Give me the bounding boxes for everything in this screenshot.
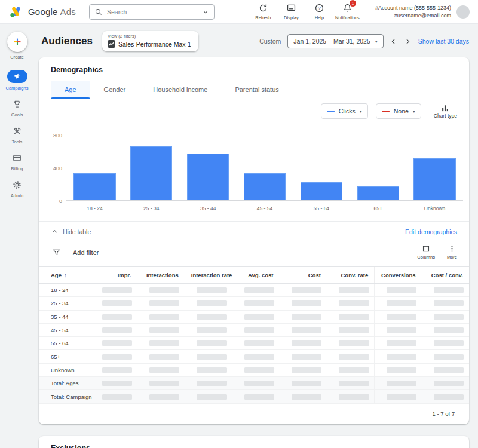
tab-age[interactable]: Age (51, 81, 90, 99)
secondary-metric-color-icon (382, 111, 390, 112)
refresh-icon (258, 3, 268, 13)
bar-18-24[interactable] (73, 173, 115, 200)
redacted-value-placeholder (102, 300, 132, 306)
table-cell (327, 337, 374, 349)
redacted-value-placeholder (197, 314, 226, 320)
hide-table-toggle[interactable]: Hide table (63, 228, 91, 235)
bar-25-34[interactable] (130, 146, 172, 200)
create-button[interactable] (7, 32, 27, 52)
redacted-value-placeholder (149, 354, 179, 360)
more-button[interactable]: More (447, 245, 457, 260)
table-cell (137, 284, 184, 296)
primary-metric-dropdown[interactable]: Clicks ▾ (321, 103, 368, 119)
redacted-value-placeholder (434, 340, 464, 346)
tools-icon (12, 124, 22, 137)
columns-button[interactable]: Columns (417, 245, 435, 260)
search-dropdown-chevron-icon[interactable] (202, 8, 209, 16)
redacted-value-placeholder (244, 367, 274, 373)
redacted-value-placeholder (292, 354, 321, 360)
tab-household-income[interactable]: Household income (139, 81, 221, 99)
redacted-value-placeholder (149, 394, 179, 400)
redacted-value-placeholder (244, 327, 274, 333)
sidebar-item-goals[interactable]: Goals (11, 97, 23, 118)
table-cell (422, 390, 469, 403)
column-header-interaction-rate[interactable]: Interaction rate (185, 267, 232, 283)
redacted-value-placeholder (197, 367, 226, 373)
tab-parental-status[interactable]: Parental status (221, 81, 292, 99)
account-name: #Account name (555-555-1234) (375, 4, 451, 12)
help-button[interactable]: ? Help (305, 3, 333, 20)
tab-gender[interactable]: Gender (90, 81, 140, 99)
redacted-value-placeholder (244, 287, 274, 293)
sidebar-item-campaigns[interactable]: Campaigns (6, 70, 29, 91)
column-header-conv-rate[interactable]: Conv. rate (327, 267, 374, 283)
table-body: 18 - 2425 - 3435 - 4445 - 5455 - 6465+Un… (39, 284, 469, 404)
date-prev-button[interactable] (388, 36, 399, 47)
x-axis-label: 18 - 24 (66, 205, 123, 211)
table-cell (232, 377, 279, 389)
y-tick-label: 0 (59, 198, 62, 204)
search-input[interactable]: Search (89, 4, 215, 20)
bar-slot-18-24 (66, 136, 123, 200)
table-row-55-64[interactable]: 55 - 64 (39, 337, 469, 350)
display-button[interactable]: Display (277, 3, 305, 20)
table-row-18-24[interactable]: 18 - 24 (39, 284, 469, 297)
filter-icon[interactable] (52, 248, 61, 257)
secondary-metric-dropdown[interactable]: None ▾ (376, 103, 421, 119)
row-label: Unknown (39, 367, 90, 373)
bar-55-64[interactable] (301, 182, 342, 200)
table-row-35-44[interactable]: 35 - 44 (39, 311, 469, 324)
edit-demographics-link[interactable]: Edit demographics (405, 228, 457, 235)
table-row-25-34[interactable]: 25 - 34 (39, 297, 469, 310)
table-row-total-campaign[interactable]: Total: Campaign (39, 390, 469, 403)
bar-unknown[interactable] (413, 158, 455, 200)
trophy-icon (12, 97, 22, 111)
redacted-value-placeholder (197, 354, 226, 360)
sidebar-item-billing[interactable]: Billing (11, 151, 23, 171)
column-header-conversions[interactable]: Conversions (374, 267, 421, 283)
show-last-30-days-link[interactable]: Show last 30 days (418, 38, 469, 45)
column-header-cost-conv[interactable]: Cost / conv. (422, 267, 469, 283)
sidebar-item-create[interactable]: Create (7, 32, 27, 60)
row-label: 35 - 44 (39, 314, 90, 320)
bar-45-54[interactable] (244, 173, 286, 200)
redacted-value-placeholder (102, 367, 132, 373)
table-cell (327, 390, 374, 403)
view-filter-chip[interactable]: View (2 filters) Sales-Performance Max-1 (102, 31, 198, 51)
table-row-total-ages[interactable]: Total: Ages (39, 377, 469, 390)
chevron-up-icon (51, 228, 59, 235)
table-row-65[interactable]: 65+ (39, 350, 469, 363)
table-cell (374, 390, 421, 403)
table-row-45-54[interactable]: 45 - 54 (39, 324, 469, 337)
chart-type-button[interactable]: Chart type (434, 104, 457, 119)
date-range-dropdown[interactable]: Jan 1, 2025 – Mar 31, 2025 ▾ (287, 34, 383, 48)
account-info[interactable]: #Account name (555-555-1234) #username@e… (375, 4, 451, 19)
table-row-unknown[interactable]: Unknown (39, 364, 469, 377)
redacted-value-placeholder (197, 394, 226, 400)
y-tick-label: 800 (53, 133, 62, 139)
column-header-cost[interactable]: Cost (280, 267, 327, 283)
bar-35-44[interactable] (187, 154, 229, 200)
bar-65[interactable] (357, 186, 399, 200)
add-filter-button[interactable]: Add filter (73, 249, 99, 256)
column-header-impr[interactable]: Impr. (90, 267, 137, 283)
table-cell (90, 390, 137, 403)
table-cell (90, 324, 137, 336)
column-header-age[interactable]: Age↑ (39, 267, 90, 283)
sidebar-item-tools[interactable]: Tools (12, 124, 23, 145)
display-icon (286, 3, 296, 13)
redacted-value-placeholder (434, 314, 464, 320)
redacted-value-placeholder (339, 394, 369, 400)
pagination-label: 1 - 7 of 7 (39, 404, 469, 424)
avatar[interactable] (456, 5, 470, 19)
notifications-button[interactable]: 1 Notifications (333, 3, 361, 20)
refresh-button[interactable]: Refresh (249, 3, 277, 20)
google-ads-logo[interactable]: GoogleAds (10, 6, 76, 18)
column-header-avg-cost[interactable]: Avg. cost (232, 267, 279, 283)
y-tick-label: 400 (53, 165, 62, 171)
date-next-button[interactable] (403, 36, 413, 47)
sidebar-item-admin[interactable]: Admin (11, 178, 23, 198)
redacted-value-placeholder (339, 354, 369, 360)
megaphone-icon (13, 72, 22, 81)
column-header-interactions[interactable]: Interactions (137, 267, 184, 283)
